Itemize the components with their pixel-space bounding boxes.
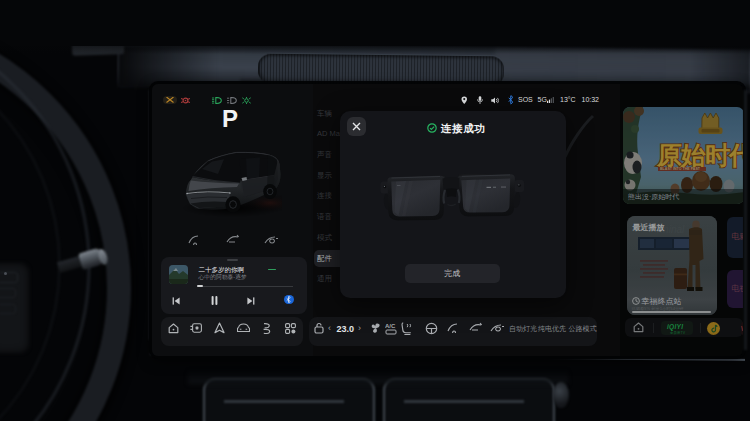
svg-text:原始时代: 原始时代 bbox=[656, 141, 744, 169]
svg-text:熊出没·原始时代: 熊出没·原始时代 bbox=[628, 193, 679, 201]
svg-text:BLAST INTO THE PAST: BLAST INTO THE PAST bbox=[660, 167, 701, 171]
svg-text:A/C: A/C bbox=[385, 323, 396, 329]
